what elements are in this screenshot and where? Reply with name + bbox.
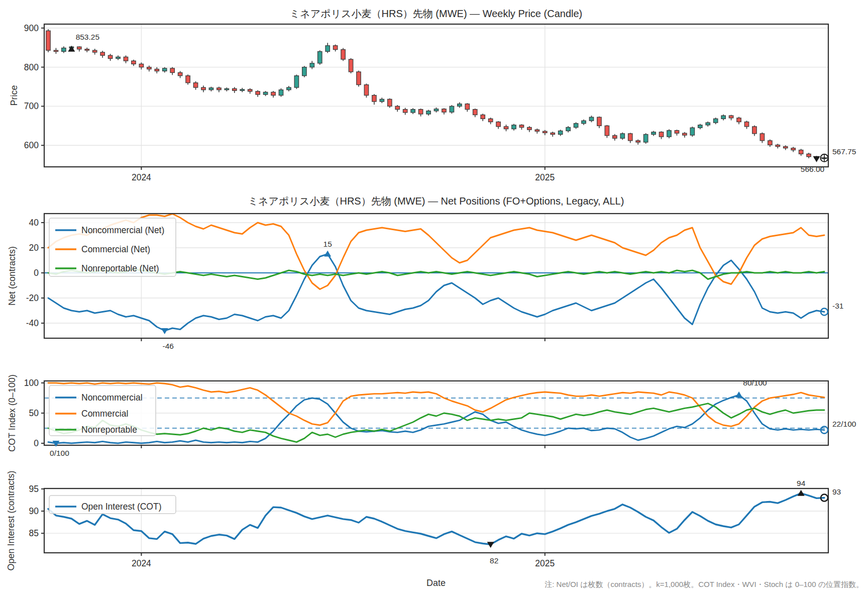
- candle-down: [364, 85, 368, 95]
- candle-up: [574, 124, 578, 128]
- y-tick-label: 40: [29, 218, 39, 228]
- y-tick-label: 90: [29, 506, 39, 516]
- candle-down: [178, 72, 182, 75]
- candle-down: [527, 127, 531, 130]
- up-triangle-marker: [798, 490, 805, 496]
- candle-down: [395, 106, 399, 109]
- candle-down: [139, 64, 143, 67]
- candle-up: [434, 109, 438, 111]
- candle-up: [325, 46, 330, 52]
- candle-down: [193, 83, 197, 87]
- candle-down: [403, 110, 407, 113]
- legend-label: Nonreportable (Net): [81, 263, 159, 273]
- candle-down: [217, 88, 221, 90]
- y-tick-label: 50: [29, 408, 39, 418]
- candle-down: [496, 122, 500, 127]
- cot-index-y-axis-label: COT Index (0–100): [7, 374, 17, 452]
- candle-down: [807, 154, 811, 156]
- y-tick-label: 100: [24, 378, 39, 388]
- candle-down: [46, 31, 50, 50]
- candle-down: [349, 59, 353, 72]
- candle-up: [310, 63, 314, 67]
- candle-up: [706, 123, 710, 125]
- annotation-label: 93: [832, 487, 841, 496]
- y-tick-label: 600: [24, 140, 39, 150]
- candle-down: [543, 131, 547, 133]
- candle-down: [473, 110, 477, 115]
- candle-up: [698, 125, 702, 128]
- candle-down: [597, 117, 601, 126]
- annotation-22-100: 22/100: [821, 420, 856, 434]
- candle-down: [605, 126, 609, 135]
- candle-down: [729, 116, 733, 118]
- candle-down: [776, 145, 780, 146]
- legend: Open Interest (COT): [49, 496, 176, 514]
- up-triangle-marker: [324, 251, 331, 257]
- candle-down: [613, 136, 617, 138]
- x-tick-label: 2025: [535, 172, 555, 182]
- candle-up: [411, 110, 415, 113]
- candle-down: [628, 134, 632, 141]
- candle-up: [263, 92, 267, 94]
- price-panel-title: ミネアポリス小麦（HRS）先物 (MWE) — Weekly Price (Ca…: [290, 8, 583, 19]
- y-tick-label: 700: [24, 101, 39, 111]
- candle-down: [683, 133, 687, 135]
- legend: NoncommercialCommercialNonreportable: [49, 385, 156, 436]
- annotation-82: 82: [487, 542, 499, 565]
- annotation-label: -31: [832, 302, 843, 310]
- y-tick-label: 85: [29, 528, 39, 538]
- candle-down: [357, 72, 361, 85]
- candle-up: [690, 128, 694, 135]
- candle-down: [132, 61, 136, 64]
- candle-down: [636, 141, 640, 142]
- annotation-label: 567.75: [832, 147, 856, 156]
- y-tick-label: 0: [34, 268, 39, 278]
- candle-down: [100, 52, 104, 55]
- candle-down: [418, 110, 422, 114]
- net-panel-title: ミネアポリス小麦（HRS）先物 (MWE) — Net Positions (F…: [248, 195, 624, 207]
- annotation-label: 566.00: [801, 165, 825, 173]
- candle-down: [201, 87, 205, 90]
- candle-up: [287, 87, 291, 90]
- candle-down: [333, 46, 337, 50]
- annotation-567-75: 567.75: [821, 147, 856, 162]
- annotation-label: 94: [797, 479, 806, 487]
- annotation--31: -31: [821, 302, 843, 316]
- candle-down: [271, 92, 275, 95]
- net-y-axis-label: Net (contracts): [7, 246, 17, 306]
- y-tick-label: 900: [24, 23, 39, 33]
- candle-down: [504, 127, 508, 129]
- candle-down: [675, 131, 679, 133]
- price-y-axis-label: Price: [9, 85, 19, 106]
- annotation-label: 853.25: [76, 33, 99, 41]
- candle-up: [512, 125, 516, 129]
- candle-up: [163, 68, 167, 71]
- candle-down: [248, 89, 252, 91]
- annotation--46: -46: [161, 328, 174, 350]
- candle-up: [559, 131, 563, 134]
- candle-up: [240, 89, 244, 90]
- candle-down: [744, 122, 748, 127]
- chart-canvas: ミネアポリス小麦（HRS）先物 (MWE) — Weekly Price (Ca…: [0, 0, 868, 593]
- candle-up: [667, 131, 671, 137]
- y-tick-label: -40: [26, 318, 39, 328]
- annotation-label: -46: [163, 342, 174, 350]
- candle-up: [458, 104, 462, 107]
- candle-up: [116, 57, 120, 58]
- annotation-label: 0/100: [50, 449, 69, 457]
- down-triangle-marker: [813, 156, 820, 162]
- candle-down: [372, 95, 376, 102]
- annotation-label: 80/100: [743, 378, 767, 387]
- candle-down: [442, 109, 446, 112]
- up-triangle-marker: [68, 46, 75, 52]
- open-interest-y-axis-label: Open Interest (contracts): [6, 470, 16, 570]
- candle-down: [752, 127, 756, 134]
- candle-up: [302, 67, 306, 76]
- candle-up: [652, 132, 656, 135]
- candle-up: [294, 76, 298, 87]
- candle-up: [450, 106, 454, 112]
- candle-down: [388, 99, 392, 106]
- legend-label: Noncommercial: [81, 392, 143, 403]
- down-triangle-marker: [161, 328, 168, 334]
- x-axis-label: Date: [426, 578, 446, 588]
